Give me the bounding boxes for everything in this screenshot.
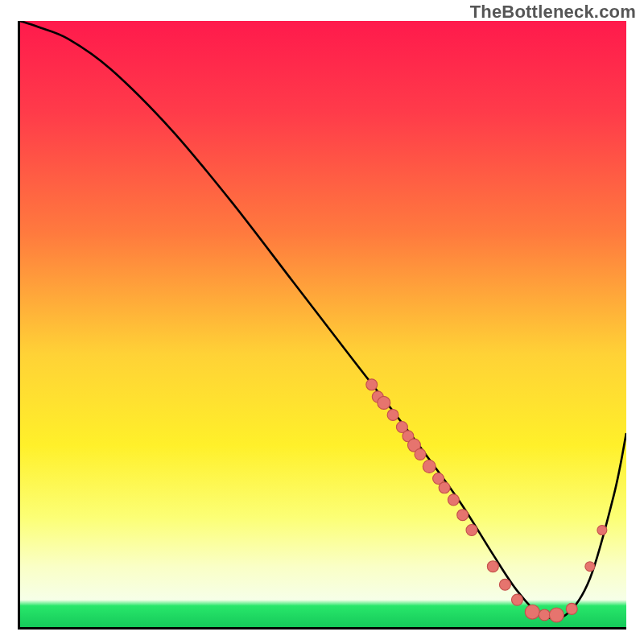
curve-layer [20,21,626,627]
data-marker [585,562,595,572]
data-marker [539,609,550,621]
data-marker [366,379,378,390]
data-marker [415,448,426,460]
bottleneck-curve [20,21,626,619]
data-marker [439,482,450,493]
data-marker [566,603,577,614]
data-marker [549,608,564,622]
data-marker [378,396,390,409]
plot-area [18,21,626,630]
data-marker [511,594,522,605]
data-marker [448,494,459,506]
data-marker [525,605,539,619]
data-marker [487,561,498,572]
data-marker [423,460,436,473]
data-marker [457,510,469,521]
data-marker [387,409,398,420]
data-marker [466,525,477,536]
marker-group [366,379,607,622]
watermark-text: TheBottleneck.com [470,2,636,23]
data-marker [499,579,510,590]
chart-frame: TheBottleneck.com [0,0,644,644]
data-marker [597,526,607,535]
